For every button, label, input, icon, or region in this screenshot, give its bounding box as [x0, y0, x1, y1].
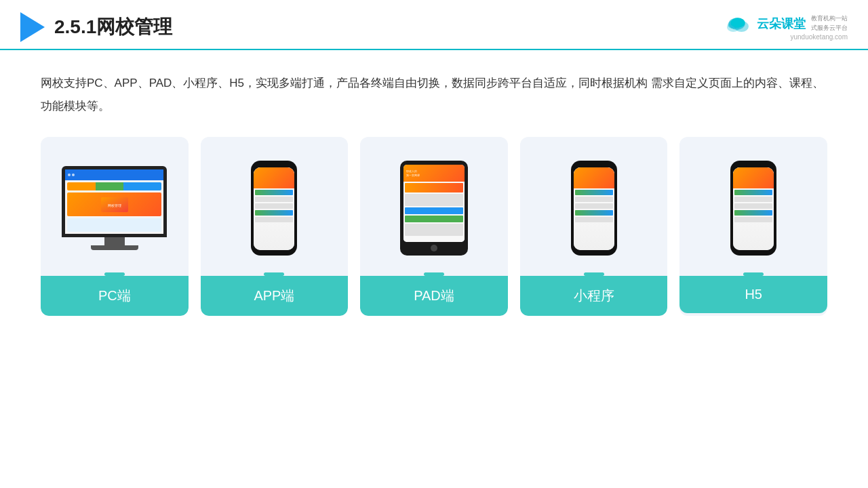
- pad-home-btn: [431, 245, 437, 251]
- mini-block3: [575, 203, 613, 209]
- page-title: 2.5.1网校管理: [54, 14, 172, 40]
- mini-screen-content: [574, 167, 614, 250]
- main-content: 网校支持PC、APP、PAD、小程序、H5，实现多端打通，产品各终端自由切换，数…: [0, 50, 868, 329]
- app-block5: [255, 217, 293, 222]
- app-block4: [255, 210, 293, 216]
- play-icon: [20, 12, 45, 42]
- app-screen-header: [254, 167, 294, 188]
- app-block1: [255, 190, 293, 195]
- pc-row1: [67, 182, 161, 190]
- h5-image-area: [679, 137, 827, 272]
- h5-block3: [734, 203, 772, 209]
- mini-screen-header: [574, 167, 614, 188]
- mini-phone-mockup: [571, 161, 617, 256]
- pc-screen: 网校管理: [65, 169, 163, 234]
- mini-image-area: [520, 137, 668, 272]
- pc-monitor: 网校管理: [62, 166, 167, 237]
- app-phone-screen: [254, 167, 294, 250]
- pc-neck: [104, 237, 125, 245]
- pc-base: [91, 245, 138, 250]
- pad-screen-header: 职途人的第一堂网课: [403, 165, 465, 182]
- mini-card: 小程序: [520, 137, 668, 316]
- mini-phone-notch: [587, 164, 601, 167]
- mini-block4: [575, 210, 613, 216]
- dot1: [68, 174, 71, 176]
- cards-row: 网校管理 PC端: [41, 137, 827, 316]
- app-image-area: [201, 137, 349, 272]
- app-phone-notch: [267, 164, 281, 167]
- title-section: 2.5.1网校管理: [20, 12, 172, 42]
- mini-label: 小程序: [520, 276, 668, 316]
- pc-row3: [67, 218, 161, 232]
- pad-block4: [405, 216, 463, 222]
- svg-point-4: [730, 18, 745, 28]
- h5-screen-body: [733, 188, 774, 224]
- pc-screen-header: [65, 169, 163, 180]
- app-block2: [255, 197, 293, 202]
- h5-card: H5: [679, 137, 827, 316]
- app-phone-mockup: [251, 161, 297, 256]
- h5-block5: [734, 217, 772, 222]
- pad-tablet-mockup: 职途人的第一堂网课: [400, 161, 468, 256]
- cloud-icon: [724, 14, 751, 33]
- logo-section: 云朵课堂 教育机构一站 式服务云平台 yunduoketang.com: [724, 14, 848, 41]
- logo-top: 云朵课堂 教育机构一站 式服务云平台: [724, 14, 848, 33]
- pad-block3: [405, 207, 463, 214]
- h5-block2: [734, 197, 772, 202]
- pad-tablet-screen: 职途人的第一堂网课: [403, 165, 465, 242]
- top-bar: 2.5.1网校管理 云朵课堂 教育机构一站 式服务云平台 yunduoketan…: [0, 0, 868, 50]
- pad-screen-text: 职途人的第一堂网课: [406, 169, 420, 176]
- pad-screen-body: [403, 182, 465, 242]
- logo-url: yunduoketang.com: [790, 33, 848, 41]
- logo-text: 云朵课堂: [757, 16, 806, 32]
- h5-label: H5: [679, 276, 827, 313]
- h5-phone-mockup: [730, 161, 776, 256]
- pc-row2: 网校管理: [67, 192, 161, 216]
- mini-phone-screen: [574, 167, 614, 250]
- pc-illustration: 网校管理: [101, 197, 128, 212]
- h5-block1: [734, 190, 772, 195]
- dot2: [72, 174, 75, 176]
- app-screen-body: [254, 188, 294, 224]
- h5-screen-header: [733, 167, 774, 188]
- pad-block1: [405, 183, 463, 192]
- app-card: APP端: [201, 137, 349, 316]
- pc-mockup: 网校管理: [62, 166, 167, 250]
- mini-screen-body: [574, 188, 614, 224]
- pc-card: 网校管理 PC端: [41, 137, 189, 316]
- mini-block2: [575, 197, 613, 202]
- pc-label: PC端: [41, 276, 189, 316]
- pc-screen-body: 网校管理: [65, 180, 163, 234]
- pad-label: PAD端: [360, 276, 508, 316]
- description-text: 网校支持PC、APP、PAD、小程序、H5，实现多端打通，产品各终端自由切换，数…: [41, 72, 827, 118]
- app-label: APP端: [201, 276, 349, 316]
- pc-image-area: 网校管理: [41, 137, 189, 272]
- h5-screen-content: [733, 167, 774, 250]
- logo-tagline-line1: 教育机构一站: [811, 14, 848, 24]
- pad-screen-content: 职途人的第一堂网课: [403, 165, 465, 242]
- mini-block5: [575, 217, 613, 222]
- h5-phone-screen: [733, 167, 774, 250]
- svg-text:网校管理: 网校管理: [108, 203, 121, 207]
- app-screen-content: [254, 167, 294, 250]
- cloud-logo: [724, 14, 751, 33]
- pad-block2: [405, 194, 463, 206]
- pad-block5: [405, 224, 463, 236]
- h5-block4: [734, 210, 772, 216]
- h5-phone-notch: [746, 164, 761, 167]
- pad-card: 职途人的第一堂网课: [360, 137, 508, 316]
- logo-tagline-line2: 式服务云平台: [811, 24, 848, 33]
- app-block3: [255, 203, 293, 209]
- pad-image-area: 职途人的第一堂网课: [360, 137, 508, 272]
- mini-block1: [575, 190, 613, 195]
